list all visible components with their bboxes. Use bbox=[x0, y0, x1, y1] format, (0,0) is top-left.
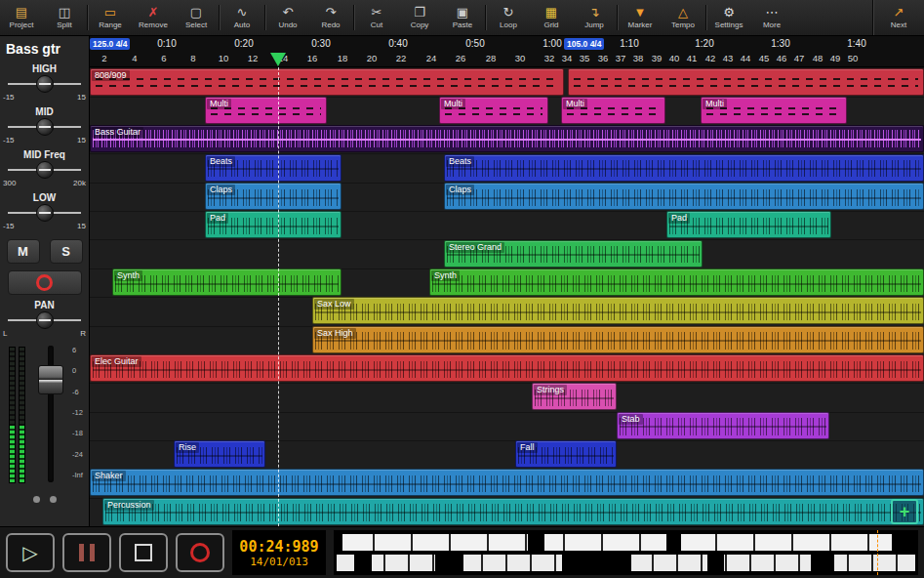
toolbar-button-label: Auto bbox=[234, 21, 250, 29]
midi-pattern bbox=[211, 113, 321, 115]
toolbar-button-jump[interactable]: ↴Jump bbox=[573, 0, 616, 35]
pause-button[interactable] bbox=[62, 533, 111, 572]
toolbar-button-select[interactable]: ▢Select bbox=[175, 0, 218, 35]
clip-fall[interactable]: Fall bbox=[515, 440, 617, 468]
page-dot[interactable] bbox=[33, 496, 40, 503]
toolbar-button-copy[interactable]: ❐Copy bbox=[398, 0, 441, 35]
toolbar-button-label: Project bbox=[10, 21, 34, 29]
clip-claps[interactable]: Claps bbox=[444, 183, 924, 210]
fader-mark: 0 bbox=[72, 367, 83, 375]
midi-pattern bbox=[445, 113, 542, 115]
clip-pad[interactable]: Pad bbox=[666, 211, 831, 238]
clip-stab[interactable]: Stab bbox=[617, 412, 829, 439]
playhead-marker[interactable] bbox=[270, 53, 286, 66]
timeline-ruler[interactable]: 125.0 4/4 105.0 4/4 0:100:200:300:400:50… bbox=[90, 36, 924, 67]
toolbar-button-more[interactable]: ⋯More bbox=[750, 0, 793, 35]
toolbar-button-cut[interactable]: ✂Cut bbox=[355, 0, 398, 35]
clip-beats[interactable]: Beats bbox=[444, 154, 924, 182]
clip-claps[interactable]: Claps bbox=[205, 183, 341, 210]
waveform bbox=[315, 332, 921, 349]
clip-rise[interactable]: Rise bbox=[174, 440, 265, 468]
fader-thumb[interactable] bbox=[38, 365, 63, 394]
bar-number: 48 bbox=[813, 53, 824, 63]
track-name[interactable]: Bass gtr bbox=[0, 36, 89, 59]
bar-number: 38 bbox=[633, 53, 644, 63]
toolbar-button-undo[interactable]: ↶Undo bbox=[266, 0, 309, 35]
toolbar-button-label: More bbox=[763, 21, 781, 29]
play-button[interactable]: ▷ bbox=[6, 533, 55, 572]
toolbar: ▤Project◫Split▭Range✗Remove▢Select∿Auto↶… bbox=[0, 0, 924, 36]
toolbar-button-auto[interactable]: ∿Auto bbox=[221, 0, 263, 35]
fader-mark: -12 bbox=[72, 409, 83, 417]
clip-label: Elec Guitar bbox=[92, 356, 141, 367]
tempo-marker-change[interactable]: 105.0 4/4 bbox=[564, 38, 604, 50]
grid-icon: ▦ bbox=[545, 6, 557, 20]
knob-min-label: L bbox=[3, 329, 7, 338]
toolbar-button-tempo[interactable]: △Tempo bbox=[662, 0, 704, 35]
clip-808-909[interactable] bbox=[568, 68, 924, 96]
knob-pan-control[interactable] bbox=[36, 311, 54, 329]
clip-stereo-grand[interactable]: Stereo Grand bbox=[444, 240, 703, 268]
knob-low-control[interactable] bbox=[36, 204, 54, 222]
record-arm-button[interactable] bbox=[8, 270, 82, 295]
toolbar-button-label: Paste bbox=[453, 21, 472, 29]
overview-row bbox=[337, 534, 915, 551]
knob-mid-freq-control[interactable] bbox=[36, 161, 54, 179]
waveform bbox=[447, 189, 921, 206]
toolbar-button-paste[interactable]: ▣Paste bbox=[441, 0, 484, 35]
bar-number: 36 bbox=[598, 53, 609, 63]
clip-synth[interactable]: Synth bbox=[112, 268, 341, 296]
stop-button[interactable] bbox=[119, 533, 168, 572]
mute-button[interactable]: M bbox=[7, 239, 40, 264]
auto-icon: ∿ bbox=[237, 6, 248, 20]
clip-bass-guitar[interactable]: Bass Guitar bbox=[90, 125, 924, 152]
knob-pan: PANLR bbox=[0, 300, 89, 338]
knob-high-control[interactable] bbox=[36, 75, 54, 93]
toolbar-button-loop[interactable]: ↻Loop bbox=[487, 0, 530, 35]
clip-multi[interactable]: Multi bbox=[439, 97, 548, 124]
bar-number: 12 bbox=[248, 53, 259, 63]
toolbar-button-settings[interactable]: ⚙Settings bbox=[707, 0, 750, 35]
toolbar-button-project[interactable]: ▤Project bbox=[0, 0, 43, 35]
knob-label: HIGH bbox=[0, 63, 89, 74]
clip-percussion[interactable]: Percussion bbox=[102, 498, 924, 525]
clip-pad[interactable]: Pad bbox=[205, 211, 341, 238]
toolbar-button-marker[interactable]: ▼Marker bbox=[619, 0, 662, 35]
clip-multi[interactable]: Multi bbox=[701, 97, 847, 124]
clip-synth[interactable]: Synth bbox=[429, 268, 924, 296]
toolbar-items: ▤Project◫Split▭Range✗Remove▢Select∿Auto↶… bbox=[0, 0, 793, 35]
arrangement-overview[interactable] bbox=[334, 530, 918, 575]
toolbar-button-split[interactable]: ◫Split bbox=[43, 0, 86, 35]
clip-808-909[interactable]: 808/909 bbox=[90, 68, 564, 96]
toolbar-button-range[interactable]: ▭Range bbox=[89, 0, 132, 35]
clip-shaker[interactable]: Shaker bbox=[90, 469, 924, 496]
more-icon: ⋯ bbox=[766, 6, 779, 20]
clip-sax-low[interactable]: Sax Low bbox=[312, 297, 924, 324]
knob-mid-control[interactable] bbox=[36, 118, 54, 136]
toolbar-separator bbox=[485, 5, 486, 30]
tempo-marker-start[interactable]: 125.0 4/4 bbox=[90, 38, 130, 50]
clip-beats[interactable]: Beats bbox=[205, 154, 341, 182]
tracks-canvas[interactable]: + 808/909MultiMultiMultiMultiBass Guitar… bbox=[90, 67, 924, 526]
cut-icon: ✂ bbox=[372, 6, 382, 20]
volume-fader[interactable] bbox=[34, 344, 67, 484]
timeline-area: 125.0 4/4 105.0 4/4 0:100:200:300:400:50… bbox=[90, 36, 924, 526]
add-track-button[interactable]: + bbox=[891, 499, 918, 524]
record-button[interactable] bbox=[176, 533, 224, 572]
knob-high: HIGH-1515 bbox=[0, 63, 89, 102]
clip-sax-high[interactable]: Sax High bbox=[312, 326, 924, 353]
solo-button[interactable]: S bbox=[50, 239, 83, 264]
toolbar-button-redo[interactable]: ↷Redo bbox=[309, 0, 352, 35]
waveform bbox=[93, 130, 921, 147]
page-dot[interactable] bbox=[50, 496, 57, 503]
overview-row bbox=[337, 555, 915, 571]
toolbar-button-next[interactable]: ↗ Next bbox=[872, 0, 924, 35]
toolbar-button-grid[interactable]: ▦Grid bbox=[530, 0, 573, 35]
clip-strings[interactable]: Strings bbox=[532, 383, 617, 410]
record-arm-row bbox=[0, 270, 89, 295]
mute-solo-row: M S bbox=[0, 239, 89, 264]
toolbar-button-remove[interactable]: ✗Remove bbox=[132, 0, 175, 35]
clip-elec-guitar[interactable]: Elec Guitar bbox=[90, 354, 924, 382]
clip-multi[interactable]: Multi bbox=[561, 97, 665, 124]
clip-multi[interactable]: Multi bbox=[205, 97, 327, 124]
